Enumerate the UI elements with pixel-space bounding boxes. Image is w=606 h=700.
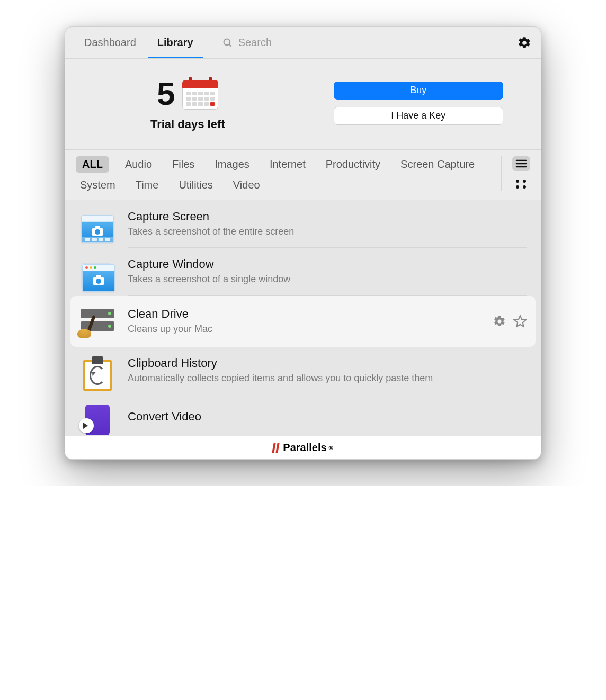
trial-days-label: Trial days left (150, 118, 225, 131)
tool-title: Convert Video (128, 410, 527, 424)
video-icon (79, 404, 116, 436)
clean-drive-icon (79, 306, 116, 337)
grid-icon (516, 180, 527, 189)
capture-screen-icon (79, 213, 116, 245)
filter-system[interactable]: System (76, 177, 120, 193)
favorite-star-icon[interactable] (513, 315, 527, 328)
grid-view-button[interactable] (512, 176, 530, 191)
tool-capture-screen[interactable]: Capture Screen Takes a screenshot of the… (65, 200, 541, 248)
tool-actions (493, 315, 527, 328)
svg-line-1 (229, 44, 231, 46)
capture-window-icon (79, 261, 116, 293)
tool-convert-video[interactable]: Convert Video (65, 394, 541, 436)
tab-dashboard[interactable]: Dashboard (75, 28, 146, 58)
filter-utilities[interactable]: Utilities (174, 177, 217, 193)
filter-productivity[interactable]: Productivity (322, 156, 385, 173)
search-box[interactable] (222, 37, 515, 49)
filter-video[interactable]: Video (229, 177, 264, 193)
footer-brand: Parallels® (65, 436, 541, 459)
registered-mark: ® (329, 445, 333, 451)
tool-list: Capture Screen Takes a screenshot of the… (65, 200, 541, 436)
app-window: Dashboard Library 5 (65, 26, 541, 460)
settings-icon[interactable] (518, 36, 531, 50)
search-input[interactable] (238, 37, 515, 49)
clipboard-icon (79, 360, 116, 391)
filter-internet[interactable]: Internet (265, 156, 310, 173)
top-bar: Dashboard Library (65, 27, 541, 59)
have-key-button[interactable]: I Have a Key (334, 107, 503, 125)
list-icon (515, 159, 527, 168)
tool-clipboard-history[interactable]: Clipboard History Automatically collects… (65, 347, 541, 394)
tool-desc: Takes a screenshot of the entire screen (128, 226, 527, 238)
trial-info: 5 Trial days left (80, 75, 296, 131)
list-view-button[interactable] (512, 156, 530, 171)
divider (215, 34, 215, 51)
filter-bar: ALL Audio Files Images Internet Producti… (65, 150, 541, 200)
filter-images[interactable]: Images (210, 156, 254, 173)
calendar-icon (182, 78, 218, 110)
search-icon (222, 38, 233, 48)
trial-actions: Buy I Have a Key (296, 75, 527, 131)
filter-time[interactable]: Time (131, 177, 163, 193)
trial-panel: 5 Trial days left Buy I Have a Key (65, 59, 541, 150)
tool-clean-drive[interactable]: Clean Drive Cleans up your Mac (70, 296, 536, 347)
tool-title: Clean Drive (128, 307, 482, 321)
svg-point-0 (224, 39, 230, 45)
tool-title: Capture Window (128, 257, 527, 271)
trial-days-count: 5 (157, 75, 175, 112)
tab-library[interactable]: Library (148, 28, 203, 58)
tool-title: Clipboard History (128, 356, 527, 370)
tool-title: Capture Screen (128, 210, 527, 223)
tool-desc: Automatically collects copied items and … (128, 372, 527, 384)
brand-name: Parallels (283, 442, 326, 454)
tool-settings-icon[interactable] (493, 315, 506, 328)
filter-audio[interactable]: Audio (121, 156, 156, 173)
svg-marker-5 (514, 316, 526, 327)
view-toggles (501, 156, 530, 191)
filter-screen-capture[interactable]: Screen Capture (396, 156, 479, 173)
tool-desc: Takes a screenshot of a single window (128, 273, 527, 285)
filter-tags: ALL Audio Files Images Internet Producti… (76, 156, 492, 193)
tool-desc: Cleans up your Mac (128, 323, 482, 335)
filter-all[interactable]: ALL (76, 156, 109, 173)
buy-button[interactable]: Buy (334, 82, 503, 100)
parallels-logo-icon (273, 443, 279, 453)
filter-files[interactable]: Files (168, 156, 199, 173)
tool-capture-window[interactable]: Capture Window Takes a screenshot of a s… (65, 248, 541, 295)
